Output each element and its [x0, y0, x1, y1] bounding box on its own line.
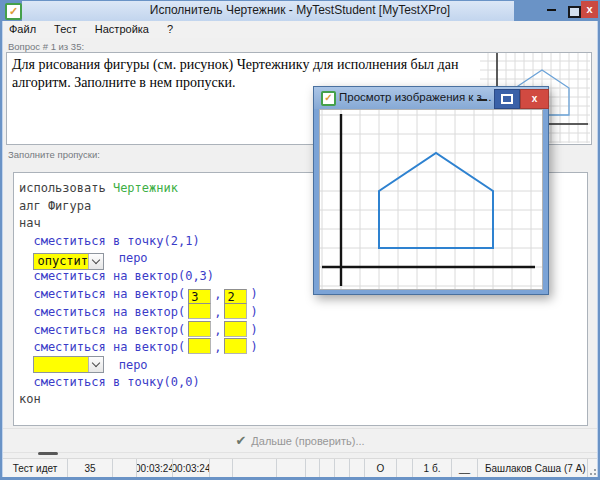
code-line: кон — [19, 391, 258, 409]
algorithm-code: использовать Чертежникалг Фигуранач смес… — [19, 180, 258, 409]
code-line: нач — [19, 215, 258, 233]
menu-item-настройка[interactable]: Настройка — [86, 21, 158, 38]
chevron-down-icon — [92, 256, 100, 264]
window-title: Исполнитель Чертежник - MyTestStudent [M… — [0, 3, 600, 17]
popup-content — [319, 109, 543, 290]
app-window: ✓ Исполнитель Чертежник - MyTestStudent … — [0, 0, 600, 480]
code-line: сместиться на вектор(3,2) — [19, 286, 258, 304]
status-cell — [306, 459, 320, 478]
popup-title: Просмотр изображения к з... — [339, 91, 491, 103]
resize-grip-icon[interactable] — [587, 466, 596, 475]
vector-input[interactable]: 3 — [188, 289, 211, 305]
code-line: сместиться в точку(2,1) — [19, 233, 258, 251]
popup-close-button[interactable]: x — [520, 89, 549, 109]
minimize-button[interactable] — [546, 9, 557, 12]
popup-maximize-button[interactable] — [494, 89, 520, 109]
status-cell — [210, 459, 233, 478]
vector-input[interactable] — [224, 338, 247, 354]
status-cell: О — [365, 459, 397, 478]
dropdown-button[interactable] — [88, 357, 103, 372]
image-preview-window: ✓ Просмотр изображения к з... x — [313, 86, 549, 295]
vector-input[interactable] — [188, 321, 211, 337]
code-line: перо — [19, 356, 258, 374]
window-border — [597, 21, 598, 480]
code-text: алг Фигура — [19, 199, 91, 213]
status-cell — [350, 459, 365, 478]
code-text: кон — [19, 392, 41, 406]
question-counter-label: Вопрос # 1 из 35: — [8, 41, 84, 52]
vector-input[interactable]: 2 — [224, 289, 247, 305]
code-text: сместиться в точку(2,1) — [19, 234, 200, 248]
vector-input[interactable] — [188, 338, 211, 354]
chevron-down-icon — [92, 359, 100, 367]
status-cell: 1 б. — [413, 459, 452, 478]
code-line: сместиться на вектор(,) — [19, 338, 258, 356]
code-text: нач — [19, 216, 41, 230]
vector-input[interactable] — [224, 303, 247, 319]
code-text: сместиться в точку(0,0) — [19, 375, 200, 389]
popup-minimize-button[interactable] — [477, 99, 487, 101]
title-bar: ✓ Исполнитель Чертежник - MyTestStudent … — [0, 0, 600, 21]
check-icon: ✔ — [235, 433, 246, 448]
menu-item-файл[interactable]: Файл — [0, 21, 45, 38]
code-text: Чертежник — [113, 181, 178, 195]
vector-input[interactable] — [188, 303, 211, 319]
status-cell: 00:03:24 — [137, 459, 173, 478]
pen-action-dropdown[interactable] — [33, 356, 104, 373]
status-bar: Тест идет3500:03:2400:03:24О1 б.__Башлак… — [3, 458, 597, 478]
dropdown-value — [34, 357, 88, 372]
code-text: использовать — [19, 181, 113, 195]
popup-title-bar[interactable]: ✓ Просмотр изображения к з... x — [314, 87, 548, 109]
code-text: перо — [111, 358, 147, 372]
menu-bar: ФайлТестНастройка? — [0, 21, 598, 38]
maximize-icon — [501, 94, 513, 104]
menu-item-тест[interactable]: Тест — [45, 21, 86, 38]
code-line: сместиться на вектор(0,3) — [19, 268, 258, 286]
splitter-handle[interactable] — [38, 452, 58, 455]
next-button-label: Дальше (проверить)... — [251, 435, 364, 447]
status-cell — [113, 459, 137, 478]
minimize-icon — [547, 9, 556, 11]
status-cell — [277, 459, 306, 478]
status-cell — [233, 459, 277, 478]
code-line: алг Фигура — [19, 198, 258, 216]
code-text: сместиться на вектор(0,3) — [19, 269, 214, 283]
status-cell — [320, 459, 335, 478]
status-cell — [397, 459, 413, 478]
status-cell: 00:03:24 — [173, 459, 210, 478]
next-check-button[interactable]: ✔ Дальше (проверить)... — [3, 428, 597, 453]
preview-plot — [320, 110, 542, 289]
popup-check-icon: ✓ — [321, 91, 336, 106]
menu-item-?[interactable]: ? — [158, 21, 182, 38]
vector-input[interactable] — [224, 321, 247, 337]
code-line: сместиться в точку(0,0) — [19, 374, 258, 392]
code-line: использовать Чертежник — [19, 180, 258, 198]
status-cell — [335, 459, 350, 478]
maximize-button[interactable] — [568, 6, 581, 18]
code-line: сместиться на вектор(,) — [19, 303, 258, 321]
status-cell: 35 — [68, 459, 113, 478]
status-cell: Тест идет — [3, 459, 68, 478]
code-line: опустить перо — [19, 250, 258, 268]
status-cell: Башлаков Саша (7 А) — [478, 459, 588, 478]
fill-gaps-label: Заполните пропуски: — [8, 149, 100, 160]
code-line: сместиться на вектор(,) — [19, 321, 258, 339]
code-text: перо — [111, 251, 147, 265]
question-text-line: Для рисования фигуры (см. рисунок) Черте… — [12, 56, 482, 74]
window-border — [2, 21, 3, 480]
close-button[interactable]: x — [581, 1, 598, 18]
status-cell: __ — [452, 459, 478, 478]
